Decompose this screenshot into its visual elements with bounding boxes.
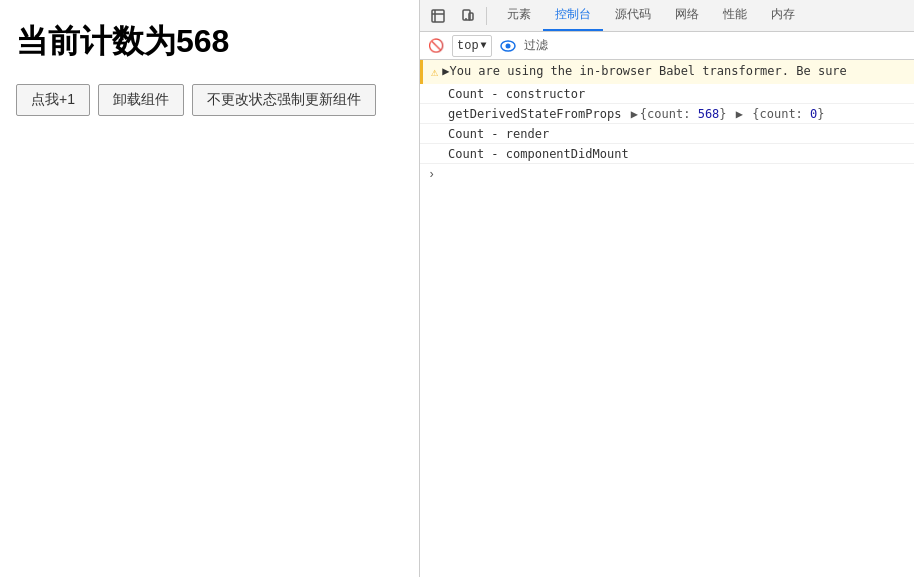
console-caret: › xyxy=(428,168,435,182)
devtools-panel: 元素 控制台 源代码 网络 性能 内存 🚫 top ▼ 过滤 ⚠ ▶You ar… xyxy=(420,0,914,577)
tab-network[interactable]: 网络 xyxy=(663,1,711,31)
console-toolbar: 🚫 top ▼ 过滤 xyxy=(420,32,914,60)
device-toolbar-icon[interactable] xyxy=(454,2,482,30)
top-context-select[interactable]: top ▼ xyxy=(452,35,492,57)
log-obj1[interactable]: {count: 568} xyxy=(640,107,727,121)
arrow-icon-2: ▶ xyxy=(729,107,743,121)
log-text-getderived: getDerivedStateFromProps xyxy=(448,107,629,121)
svg-rect-4 xyxy=(469,13,473,20)
top-select-label: top xyxy=(457,39,479,53)
log-text-componentdidmount: Count - componentDidMount xyxy=(448,147,629,161)
chevron-down-icon: ▼ xyxy=(481,40,487,51)
tab-sources[interactable]: 源代码 xyxy=(603,1,663,31)
arrow-icon-1: ▶ xyxy=(631,107,638,121)
devtools-tabs: 元素 控制台 源代码 网络 性能 内存 xyxy=(491,2,910,30)
tab-memory[interactable]: 内存 xyxy=(759,1,807,31)
left-panel: 当前计数为568 点我+1 卸载组件 不更改状态强制更新组件 xyxy=(0,0,420,577)
log-text-render: Count - render xyxy=(448,127,549,141)
log-row-componentdidmount: Count - componentDidMount xyxy=(420,144,914,164)
unmount-button[interactable]: 卸载组件 xyxy=(98,84,184,116)
warning-text: ▶You are using the in-browser Babel tran… xyxy=(442,64,847,78)
button-group: 点我+1 卸载组件 不更改状态强制更新组件 xyxy=(16,84,403,116)
devtools-top-bar: 元素 控制台 源代码 网络 性能 内存 xyxy=(420,0,914,32)
console-warning-row: ⚠ ▶You are using the in-browser Babel tr… xyxy=(420,60,914,84)
warning-icon: ⚠ xyxy=(431,65,438,80)
console-prompt-row[interactable]: › xyxy=(420,164,914,186)
console-content: ⚠ ▶You are using the in-browser Babel tr… xyxy=(420,60,914,577)
filter-label: 过滤 xyxy=(524,37,548,54)
tab-console[interactable]: 控制台 xyxy=(543,1,603,31)
force-update-button[interactable]: 不更改状态强制更新组件 xyxy=(192,84,376,116)
log-row-constructor: Count - constructor xyxy=(420,84,914,104)
svg-rect-0 xyxy=(432,10,444,22)
clear-console-icon[interactable]: 🚫 xyxy=(424,34,448,58)
svg-point-7 xyxy=(505,43,510,48)
separator xyxy=(486,7,487,25)
increment-button[interactable]: 点我+1 xyxy=(16,84,90,116)
page-title: 当前计数为568 xyxy=(16,20,403,64)
log-text-constructor: Count - constructor xyxy=(448,87,585,101)
inspect-element-icon[interactable] xyxy=(424,2,452,30)
tab-elements[interactable]: 元素 xyxy=(495,1,543,31)
log-obj2[interactable]: {count: 0} xyxy=(745,107,825,121)
tab-performance[interactable]: 性能 xyxy=(711,1,759,31)
eye-icon[interactable] xyxy=(496,34,520,58)
log-row-render: Count - render xyxy=(420,124,914,144)
log-row-getderived: getDerivedStateFromProps ▶ {count: 568} … xyxy=(420,104,914,124)
